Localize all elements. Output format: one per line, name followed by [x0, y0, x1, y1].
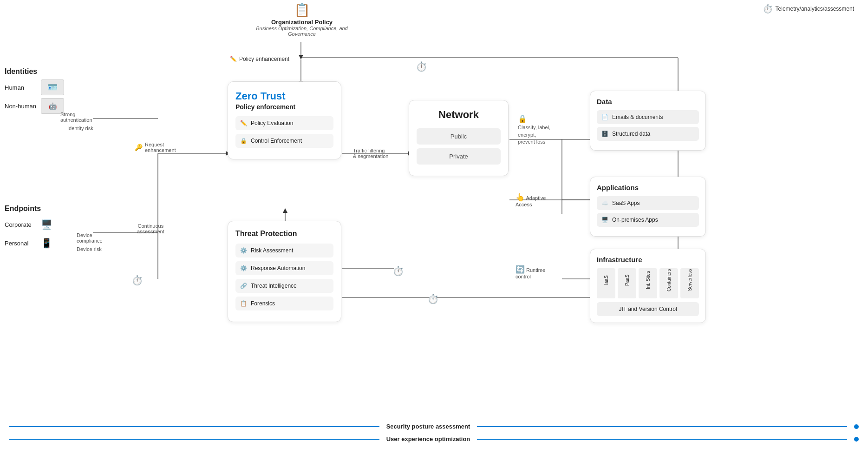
- public-network: Public: [417, 128, 501, 145]
- policy-evaluation-item: ✏️ Policy Evaluation: [235, 116, 333, 130]
- corporate-device-icon: 🖥️: [36, 217, 57, 232]
- response-automation-label: Response Automation: [251, 265, 305, 271]
- saas-label: SaaS Apps: [612, 200, 640, 206]
- forensics-icon: 📋: [240, 300, 247, 307]
- iaas-col: IaaS: [597, 268, 615, 298]
- risk-assessment-item: ⚙️ Risk Assessment: [235, 244, 333, 257]
- security-posture-line-left: [9, 426, 379, 427]
- private-network: Private: [417, 148, 501, 165]
- control-enforcement-icon: 🔒: [240, 138, 247, 144]
- identities-section: Identities Human 🪪 Non-human 🤖: [5, 67, 88, 117]
- human-identity-item: Human 🪪: [5, 79, 88, 95]
- nonhuman-label: Non-human: [5, 103, 37, 110]
- response-automation-icon: ⚙️: [240, 265, 247, 271]
- org-policy-icon: 📋: [255, 2, 348, 18]
- security-posture-label: Security posture assessment: [386, 423, 470, 430]
- human-id-card: 🪪: [41, 79, 64, 95]
- endpoints-title: Endpoints: [5, 205, 88, 213]
- user-experience-bar: User experience optimization: [9, 436, 859, 442]
- zero-trust-box: Zero Trust Policy enforcement ✏️ Policy …: [228, 81, 341, 159]
- risk-assessment-icon: ⚙️: [240, 247, 247, 254]
- onprem-icon: 🖥️: [601, 217, 608, 223]
- response-automation-item: ⚙️ Response Automation: [235, 261, 333, 275]
- network-title: Network: [417, 109, 501, 121]
- telemetry-label: ⏱️ Telemetry/analytics/assessment: [763, 4, 854, 14]
- traffic-filtering-label: Traffic filtering& segmentation: [353, 148, 409, 159]
- saas-icon: ☁️: [601, 200, 608, 206]
- structured-data-icon: 🗄️: [601, 131, 608, 137]
- control-enforcement-label: Control Enforcement: [251, 138, 302, 144]
- bottom-section: Security posture assessment User experie…: [0, 423, 868, 448]
- zero-trust-subtitle: Policy enforcement: [235, 103, 333, 111]
- lock-icon: 🔒: [518, 115, 527, 123]
- security-posture-bar: Security posture assessment: [9, 423, 859, 430]
- personal-label: Personal: [5, 240, 33, 247]
- onprem-apps-item: 🖥️ On-premises Apps: [597, 213, 699, 227]
- classify-label: 🔒 Classify, label,encrypt,prevent loss: [518, 114, 560, 146]
- user-experience-line-right: [477, 439, 847, 440]
- user-experience-dot: [854, 437, 859, 442]
- device-risk-label: Device risk: [77, 246, 102, 252]
- speedometer-right-mid: ⏱️: [392, 265, 404, 277]
- security-posture-dot: [854, 424, 859, 429]
- threat-protection-title: Threat Protection: [235, 230, 333, 238]
- policy-evaluation-icon: ✏️: [240, 120, 247, 126]
- jit-bar: JIT and Version Control: [597, 302, 699, 316]
- threat-protection-box: Threat Protection ⚙️ Risk Assessment ⚙️ …: [228, 221, 341, 322]
- user-experience-line-left: [9, 439, 379, 440]
- forensics-label: Forensics: [251, 300, 275, 307]
- data-title: Data: [597, 98, 699, 106]
- control-enforcement-item: 🔒 Control Enforcement: [235, 134, 333, 148]
- applications-title: Applications: [597, 184, 699, 191]
- adaptive-access-label: 👆 AdaptiveAccess: [516, 193, 546, 207]
- key-icon: 🔑: [135, 144, 143, 151]
- emails-documents-label: Emails & documents: [612, 114, 663, 120]
- infra-columns: IaaS PaaS Int. Sites Containers Serverle…: [597, 268, 699, 298]
- emails-documents-item: 📄 Emails & documents: [597, 110, 699, 124]
- endpoints-section: Endpoints Corporate 🖥️ Personal 📱: [5, 205, 88, 254]
- saas-apps-item: ☁️ SaaS Apps: [597, 196, 699, 210]
- identity-risk-label: Identity risk: [67, 125, 93, 131]
- human-label: Human: [5, 84, 37, 91]
- zero-trust-title: Zero Trust: [235, 90, 333, 102]
- corporate-endpoint-item: Corporate 🖥️: [5, 217, 88, 232]
- applications-box: Applications ☁️ SaaS Apps 🖥️ On-premises…: [590, 177, 706, 237]
- threat-intelligence-label: Threat Intelligence: [251, 283, 297, 289]
- threat-intelligence-item: 🔗 Threat Intelligence: [235, 279, 333, 293]
- forensics-item: 📋 Forensics: [235, 297, 333, 310]
- org-policy-subtitle: Business Optimization, Compliance, and G…: [255, 26, 348, 37]
- structured-data-label: Structured data: [612, 131, 650, 137]
- personal-device-icon: 📱: [36, 235, 57, 251]
- svg-marker-1: [299, 55, 303, 59]
- policy-enhancement-icon: ✏️: [230, 56, 237, 62]
- speedometer-icon: ⏱️: [763, 4, 773, 14]
- policy-enhancement: ✏️ Policy enhancement: [230, 56, 289, 62]
- paas-col: PaaS: [618, 268, 636, 298]
- continuous-assessment: Continuousassessment: [137, 223, 164, 234]
- intsites-col: Int. Sites: [639, 268, 657, 298]
- device-compliance-label: Devicecompliance: [77, 232, 103, 244]
- risk-assessment-label: Risk Assessment: [251, 247, 293, 254]
- org-policy-title: Organizational Policy: [255, 19, 348, 26]
- onprem-label: On-premises Apps: [612, 217, 658, 223]
- strong-auth-label: Strongauthentication: [60, 112, 92, 123]
- threat-intelligence-icon: 🔗: [240, 283, 247, 289]
- emails-icon: 📄: [601, 114, 608, 120]
- sync-icon: 🔄: [516, 265, 525, 273]
- security-posture-line-right: [477, 426, 847, 427]
- svg-marker-20: [283, 208, 287, 213]
- corporate-label: Corporate: [5, 221, 33, 228]
- infrastructure-title: Infrastructure: [597, 256, 699, 264]
- user-experience-label: User experience optimization: [386, 436, 470, 442]
- serverless-col: Serverless: [680, 268, 699, 298]
- fingerprint-icon: 👆: [516, 193, 525, 201]
- speedometer-bottom-left: ⏱️: [131, 274, 143, 286]
- org-policy-section: 📋 Organizational Policy Business Optimiz…: [255, 2, 348, 37]
- policy-evaluation-label: Policy Evaluation: [251, 120, 293, 126]
- diagram-container: ⏱️ Telemetry/analytics/assessment 📋 Orga…: [0, 0, 868, 462]
- runtime-control-label: 🔄 Runtimecontrol: [516, 265, 545, 279]
- request-enhancement: 🔑 Requestenhancement: [135, 142, 176, 153]
- personal-endpoint-item: Personal 📱: [5, 235, 88, 251]
- structured-data-item: 🗄️ Structured data: [597, 127, 699, 141]
- network-box: Network Public Private: [409, 100, 509, 176]
